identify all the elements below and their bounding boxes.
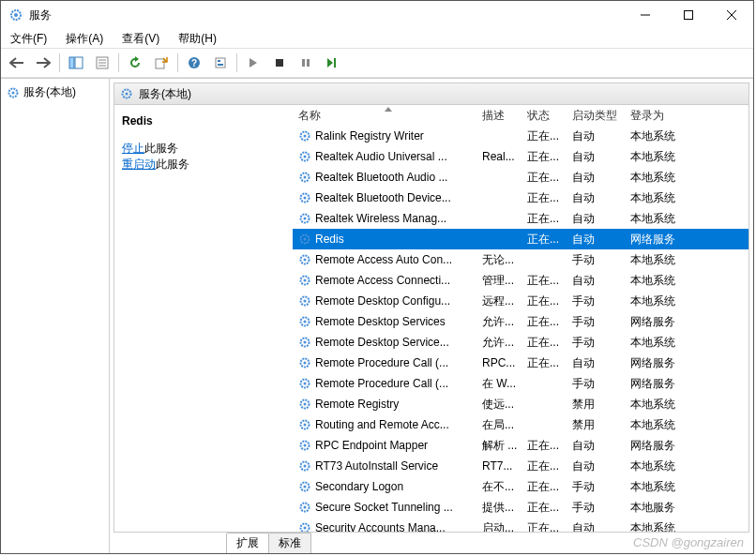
panel-header: 服务(本地)	[114, 83, 748, 105]
export-button[interactable]	[149, 51, 174, 75]
service-logon-cell: 本地服务	[625, 500, 700, 516]
service-row[interactable]: Realtek Bluetooth Audio ...正在...自动本地系统	[293, 167, 748, 188]
tab-standard[interactable]: 标准	[268, 533, 311, 553]
properties-button[interactable]	[90, 51, 114, 75]
gear-icon	[298, 439, 311, 452]
column-name[interactable]: 名称	[293, 105, 476, 126]
close-button[interactable]	[710, 1, 753, 29]
column-logon[interactable]: 登录为	[625, 105, 700, 126]
service-desc-cell: 在局...	[476, 417, 522, 433]
svg-point-37	[304, 238, 307, 241]
service-row[interactable]: Remote Desktop Service...允许...正在...手动本地系…	[293, 332, 748, 353]
service-logon-cell: 本地系统	[625, 211, 700, 227]
service-row[interactable]: Remote Access Auto Con...无论...手动本地系统	[293, 249, 748, 270]
gear-icon	[298, 459, 311, 473]
services-panel: 服务(本地) Redis 停止此服务 重启动此服务 名称 描述 状态 启动类型 …	[113, 83, 749, 533]
service-row[interactable]: Ralink Registry Writer正在...自动本地系统	[293, 126, 748, 146]
svg-point-53	[304, 403, 307, 406]
service-name-cell: RT73 AutoInstall Service	[315, 459, 438, 473]
svg-point-23	[12, 91, 15, 94]
restart-link[interactable]: 重启动	[122, 158, 156, 171]
service-name-cell: Routing and Remote Acc...	[315, 418, 449, 431]
service-startup-cell: 手动	[567, 293, 625, 309]
service-startup-cell: 自动	[567, 273, 625, 289]
service-row[interactable]: Routing and Remote Acc...在局...禁用本地系统	[293, 414, 748, 435]
pause-service-button[interactable]	[294, 51, 318, 75]
tree-item-services-local[interactable]: 服务(本地)	[5, 83, 105, 102]
gear-icon	[298, 315, 311, 328]
service-name-cell: Realtek Bluetooth Device...	[315, 191, 451, 204]
app-icon	[8, 8, 23, 23]
service-startup-cell: 自动	[567, 190, 625, 206]
restart-service-button[interactable]	[320, 51, 344, 75]
service-name-cell: Realtek Bluetooth Audio ...	[315, 171, 447, 184]
menu-action[interactable]: 操作(A)	[64, 29, 105, 49]
gear-icon	[298, 150, 311, 163]
restart-service-line: 重启动此服务	[122, 157, 285, 173]
stop-link[interactable]: 停止	[122, 142, 144, 155]
service-logon-cell: 本地系统	[625, 128, 700, 144]
service-row[interactable]: RPC Endpoint Mapper解析 ...正在...自动网络服务	[293, 435, 748, 456]
service-name-cell: Remote Desktop Service...	[315, 336, 449, 349]
column-startup[interactable]: 启动类型	[567, 105, 625, 126]
start-service-button[interactable]	[241, 51, 265, 75]
service-logon-cell: 本地系统	[625, 190, 700, 206]
minimize-button[interactable]	[624, 1, 667, 29]
service-logon-cell: 本地系统	[625, 479, 700, 495]
gear-icon	[298, 356, 311, 369]
service-row[interactable]: Realtek Wireless Manag...正在...自动本地系统	[293, 208, 748, 229]
menu-help[interactable]: 帮助(H)	[176, 29, 219, 49]
gear-icon	[298, 253, 311, 266]
service-status-cell: 正在...	[522, 479, 567, 495]
service-row[interactable]: Remote Desktop Services允许...正在...手动网络服务	[293, 311, 748, 332]
svg-rect-17	[218, 64, 223, 66]
help-button[interactable]: ?	[182, 51, 206, 75]
service-row[interactable]: Secondary Logon在不...正在...手动本地系统	[293, 476, 748, 497]
filter-button[interactable]	[208, 51, 233, 75]
service-row[interactable]: RT73 AutoInstall ServiceRT7...正在...自动本地系…	[293, 456, 748, 476]
back-button[interactable]	[5, 51, 29, 75]
service-name-cell: Remote Registry	[315, 398, 399, 411]
service-desc-cell: 远程...	[476, 293, 522, 309]
forward-button[interactable]	[31, 51, 55, 75]
service-row[interactable]: Secure Socket Tunneling ...提供...正在...手动本…	[293, 497, 748, 518]
service-name-cell: Remote Desktop Services	[315, 315, 446, 328]
service-row[interactable]: Realtek Bluetooth Device...正在...自动本地系统	[293, 188, 748, 208]
service-logon-cell: 本地系统	[625, 417, 700, 433]
stop-service-button[interactable]	[267, 51, 292, 75]
sort-asc-icon	[385, 107, 392, 112]
service-row[interactable]: Remote Desktop Configu...远程...正在...手动本地系…	[293, 291, 748, 311]
gear-icon	[298, 377, 311, 390]
refresh-button[interactable]	[123, 51, 147, 75]
svg-rect-18	[276, 59, 283, 67]
service-desc-cell: 允许...	[476, 335, 522, 351]
column-desc[interactable]: 描述	[476, 105, 522, 126]
service-row[interactable]: Security Accounts Mana...启动...正在...自动本地系…	[293, 518, 748, 532]
panel-title: 服务(本地)	[139, 86, 191, 102]
tab-extended[interactable]: 扩展	[226, 533, 269, 553]
service-logon-cell: 本地系统	[625, 293, 700, 309]
separator-icon	[177, 53, 178, 72]
service-startup-cell: 手动	[567, 479, 625, 495]
menu-view[interactable]: 查看(V)	[120, 29, 161, 49]
service-row[interactable]: Realtek Audio Universal ...Real...正在...自…	[293, 146, 748, 167]
menu-file[interactable]: 文件(F)	[8, 29, 49, 49]
column-status[interactable]: 状态	[522, 105, 567, 126]
svg-rect-21	[334, 58, 336, 68]
toolbar: ?	[1, 48, 753, 78]
service-row[interactable]: Remote Registry使远...禁用本地系统	[293, 394, 748, 414]
svg-rect-15	[216, 58, 225, 68]
service-logon-cell: 网络服务	[625, 232, 700, 248]
service-desc-cell: 提供...	[476, 500, 522, 516]
service-row[interactable]: Remote Procedure Call (...RPC...正在...自动网…	[293, 353, 748, 373]
service-logon-cell: 网络服务	[625, 376, 700, 392]
maximize-button[interactable]	[667, 1, 710, 29]
service-status-cell: 正在...	[522, 170, 567, 186]
show-hide-tree-button[interactable]	[64, 51, 88, 75]
service-row[interactable]: Remote Access Connecti...管理...正在...自动本地系…	[293, 270, 748, 291]
gear-icon	[298, 336, 311, 349]
service-startup-cell: 手动	[567, 500, 625, 516]
service-status-cell: 正在...	[522, 149, 567, 165]
service-row[interactable]: Redis正在...自动网络服务	[293, 229, 748, 249]
service-row[interactable]: Remote Procedure Call (...在 W...手动网络服务	[293, 373, 748, 394]
